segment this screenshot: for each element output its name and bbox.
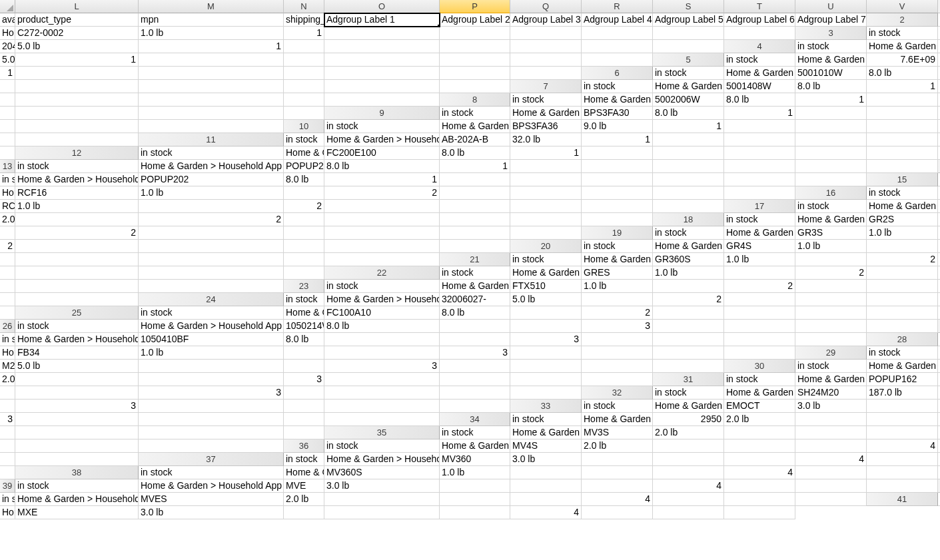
cell-U9[interactable] (15, 120, 139, 133)
cell-N19[interactable]: GR3S (795, 226, 867, 240)
cell-R26[interactable]: 3 (582, 320, 653, 333)
row-header-17[interactable]: 17 (724, 200, 795, 213)
row-header-39[interactable]: 39 (0, 479, 15, 493)
cell-Q17[interactable]: 2 (139, 213, 284, 226)
cell-N8[interactable]: 5002006W (653, 93, 724, 107)
spreadsheet-grid[interactable]: LMNOPQRSTUV1availabilityproduct_typempns… (0, 0, 940, 519)
cell-P5[interactable]: 1 (0, 67, 15, 80)
cell-N36[interactable]: MV4S (510, 439, 582, 453)
cell-L19[interactable]: in stock (653, 226, 724, 240)
cell-P40[interactable] (324, 493, 440, 506)
cell-M15[interactable]: Home & Garden > Household App (0, 186, 15, 200)
cell-R25[interactable] (653, 306, 724, 320)
cell-Q8[interactable] (867, 93, 938, 107)
cell-O8[interactable]: 8.0 lb (724, 93, 795, 107)
cell-L4[interactable]: in stock (795, 40, 867, 53)
cell-Q36[interactable] (724, 439, 795, 453)
row-header-31[interactable]: 31 (653, 373, 724, 386)
cell-L18[interactable]: in stock (724, 213, 795, 226)
cell-M28[interactable]: Home & Garden > Household App (0, 346, 15, 360)
cell-L40[interactable]: in stock (0, 493, 15, 506)
cell-M18[interactable]: Home & Garden > Household App (795, 213, 867, 226)
cell-O36[interactable]: 2.0 lb (582, 439, 653, 453)
column-header-U[interactable]: U (795, 0, 867, 13)
cell-N31[interactable]: POPUP162 (867, 373, 938, 386)
cell-R9[interactable] (867, 107, 938, 120)
cell-R18[interactable] (139, 226, 284, 240)
cell-P18[interactable] (0, 226, 15, 240)
cell-U22[interactable] (15, 280, 139, 293)
cell-P31[interactable] (0, 386, 15, 400)
cell-U5[interactable] (440, 67, 510, 80)
cell-V5[interactable] (510, 67, 582, 80)
cell-R12[interactable] (653, 146, 724, 160)
cell-P22[interactable] (724, 266, 795, 280)
cell-Q29[interactable] (284, 360, 324, 373)
cell-P30[interactable] (15, 373, 139, 386)
cell-T19[interactable] (284, 240, 324, 253)
cell-R40[interactable] (510, 493, 582, 506)
cell-M8[interactable]: Home & Garden > Household App (582, 93, 653, 107)
cell-T29[interactable] (510, 360, 582, 373)
cell-Q15[interactable]: 2 (324, 186, 440, 200)
cell-T13[interactable] (724, 160, 795, 173)
cell-V20[interactable] (324, 253, 440, 266)
cell-Q5[interactable] (15, 67, 139, 80)
cell-R41[interactable] (440, 506, 510, 519)
cell-N11[interactable]: AB-202A-B (440, 133, 510, 146)
cell-V17[interactable] (582, 213, 653, 226)
cell-M34[interactable]: Home & Garden > Household App (582, 413, 653, 426)
cell-S6[interactable] (139, 80, 284, 93)
cell-M19[interactable]: Home & Garden > Household App (724, 226, 795, 240)
cell-U39[interactable] (795, 479, 867, 493)
cell-P39[interactable] (440, 479, 510, 493)
row-header-21[interactable]: 21 (440, 253, 510, 266)
cell-S14[interactable] (582, 173, 653, 186)
cell-N27[interactable]: 1050410BF (139, 333, 284, 346)
cell-U28[interactable] (653, 346, 724, 360)
cell-L22[interactable]: in stock (440, 266, 510, 280)
cell-Q14[interactable] (440, 173, 510, 186)
cell-V13[interactable] (867, 160, 938, 173)
cell-R14[interactable] (510, 173, 582, 186)
cell-L21[interactable]: in stock (510, 253, 582, 266)
cell-S2[interactable] (510, 27, 582, 40)
cell-O37[interactable]: 3.0 lb (510, 453, 582, 466)
cell-Q3[interactable] (284, 40, 324, 53)
cell-P17[interactable] (15, 213, 139, 226)
cell-S23[interactable] (867, 280, 938, 293)
cell-U3[interactable] (582, 40, 653, 53)
cell-T21[interactable] (15, 266, 139, 280)
cell-P14[interactable]: 1 (324, 173, 440, 186)
cell-T27[interactable] (653, 333, 724, 346)
cell-V37[interactable] (0, 466, 15, 479)
cell-L38[interactable]: in stock (139, 466, 284, 479)
cell-V3[interactable] (653, 40, 724, 53)
cell-N5[interactable]: 7.6E+09 (867, 53, 938, 67)
row-header-19[interactable]: 19 (582, 226, 653, 240)
cell-T26[interactable] (724, 320, 795, 333)
cell-N16[interactable]: RCF16S (0, 200, 15, 213)
cell-L11[interactable]: in stock (284, 133, 324, 146)
cell-P24[interactable] (582, 293, 653, 306)
cell-N33[interactable]: EMOCT (724, 400, 795, 413)
cell-N24[interactable]: 32006027- (440, 293, 510, 306)
cell-V15[interactable] (724, 186, 795, 200)
cell-M22[interactable]: Home & Garden > Household App (510, 266, 582, 280)
cell-U15[interactable] (653, 186, 724, 200)
cell-R7[interactable] (0, 93, 15, 107)
cell-U27[interactable] (724, 333, 795, 346)
cell-P23[interactable] (653, 280, 724, 293)
row-header-20[interactable]: 20 (510, 240, 582, 253)
cell-V9[interactable] (139, 120, 284, 133)
cell-M41[interactable]: Home & Garden > Household App (0, 506, 15, 519)
cell-T31[interactable] (324, 386, 440, 400)
cell-L16[interactable]: in stock (867, 186, 938, 200)
cell-O33[interactable]: 3.0 lb (795, 400, 867, 413)
cell-R35[interactable] (867, 426, 938, 439)
cell-S12[interactable] (724, 146, 795, 160)
cell-R36[interactable] (795, 439, 867, 453)
cell-M27[interactable]: Home & Garden > Household App (15, 333, 139, 346)
cell-R16[interactable] (324, 200, 440, 213)
cell-U33[interactable] (284, 413, 324, 426)
